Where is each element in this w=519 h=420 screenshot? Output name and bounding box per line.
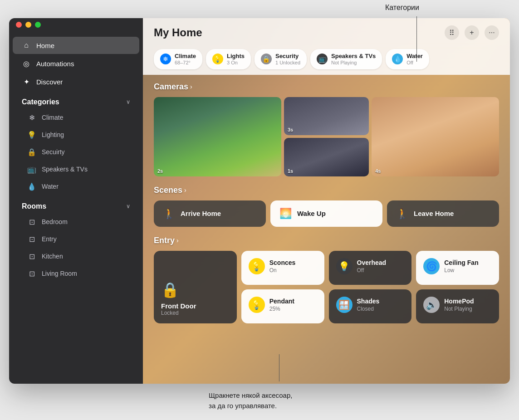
sidebar-label-speakers: Speakers & TVs: [42, 166, 88, 173]
device-ceiling-fan[interactable]: 🌀 Ceiling Fan Low: [416, 251, 499, 285]
sidebar-label-discover: Discover: [36, 78, 63, 86]
close-button[interactable]: [16, 22, 22, 28]
device-overhead[interactable]: 💡 Overhead Off: [329, 251, 412, 285]
security-icon: 🔒: [27, 147, 36, 156]
security-pill-name: Security: [275, 53, 300, 60]
camera-garage-top[interactable]: 3s: [284, 97, 369, 136]
device-shades[interactable]: 🪟 Shades Closed: [329, 289, 412, 323]
pill-security[interactable]: 🔒 Security 1 Unlocked: [255, 49, 307, 69]
security-pill-icon: 🔒: [261, 54, 272, 64]
climate-pill-value: 68–72°: [175, 60, 196, 66]
minimize-button[interactable]: [25, 22, 31, 28]
pendant-name: Pendant: [269, 298, 294, 305]
leave-home-label: Leave Home: [414, 210, 454, 217]
sidebar-item-automations[interactable]: ◎ Automations: [13, 55, 139, 72]
device-homepod[interactable]: 🔈 HomePod Not Playing: [416, 289, 499, 323]
water-icon: 💧: [27, 182, 36, 191]
sidebar-item-security[interactable]: 🔒 Secuirty: [13, 144, 139, 160]
cameras-chevron[interactable]: ›: [190, 83, 192, 90]
sconces-name: Sconces: [269, 259, 296, 266]
camera-living[interactable]: 4s: [372, 97, 499, 176]
pill-speakers[interactable]: 📺 Speakers & TVs Not Playing: [310, 49, 382, 69]
sidebar-item-kitchen[interactable]: ⊡ Kitchen: [13, 248, 139, 264]
pill-water[interactable]: 💧 Water Off: [386, 49, 429, 69]
sidebar-item-bedroom[interactable]: ⊡ Bedroom: [13, 214, 139, 230]
sidebar-item-climate[interactable]: ❄ Climate: [13, 109, 139, 126]
ceiling-fan-status: Low: [444, 267, 478, 273]
scenes-grid: 🚶 Arrive Home 🌅 Wake Up 🚶 Leave Home: [154, 200, 499, 227]
camera-living-timestamp: 4s: [375, 168, 381, 174]
climate-pill-icon: ❄: [160, 54, 171, 64]
pendant-icon: 💡: [249, 297, 265, 313]
scene-wake-up[interactable]: 🌅 Wake Up: [270, 200, 382, 227]
camera-pool-timestamp: 2s: [157, 168, 163, 174]
speakers-icon: 📺: [27, 165, 36, 174]
device-front-door[interactable]: 🔒 Front Door Locked: [154, 251, 237, 323]
categories-chevron: ∨: [126, 99, 130, 105]
sidebar-item-water[interactable]: 💧 Water: [13, 178, 139, 195]
sidebar: ⌂ Home ◎ Automations ✦ Discover Categori…: [9, 18, 143, 384]
ceiling-fan-icon: 🌀: [423, 258, 440, 274]
sidebar-label-climate: Climate: [42, 114, 63, 121]
entry-chevron[interactable]: ›: [176, 237, 179, 244]
entry-header: Entry ›: [154, 236, 499, 245]
scenes-header: Scenes ›: [154, 186, 499, 195]
more-button[interactable]: ···: [485, 25, 499, 40]
shades-name: Shades: [357, 298, 380, 305]
homepod-icon: 🔈: [423, 297, 440, 313]
security-pill-value: 1 Unlocked: [275, 60, 300, 66]
water-pill-value: Off: [406, 60, 423, 66]
climate-icon: ❄: [27, 113, 36, 122]
arrive-home-icon: 🚶: [163, 208, 175, 220]
lights-pill-value: 3 On: [227, 60, 245, 66]
pendant-status: 25%: [269, 306, 294, 312]
climate-pill-name: Climate: [175, 53, 196, 60]
categories-header: Categories ∨: [9, 91, 143, 109]
sidebar-label-bedroom: Bedroom: [42, 218, 68, 225]
device-sconces[interactable]: 💡 Sconces On: [241, 251, 324, 285]
lighting-icon: 💡: [27, 130, 36, 139]
entry-icon: ⊡: [27, 234, 36, 244]
sidebar-item-discover[interactable]: ✦ Discover: [13, 73, 139, 90]
sconces-status: On: [269, 267, 296, 273]
add-button[interactable]: +: [465, 25, 479, 40]
sidebar-item-lighting[interactable]: 💡 Lighting: [13, 127, 139, 143]
camera-garage-split: 3s 1s: [284, 97, 369, 176]
pill-climate[interactable]: ❄ Climate 68–72°: [154, 49, 202, 69]
shades-status: Closed: [357, 306, 380, 312]
home-icon: ⌂: [22, 41, 31, 50]
homepod-name: HomePod: [444, 298, 474, 305]
camera-pool[interactable]: 2s: [154, 97, 281, 176]
maximize-button[interactable]: [35, 22, 41, 28]
entry-grid: 🔒 Front Door Locked 💡 Sconces On: [154, 251, 499, 323]
main-content: My Home ⠿ + ··· ❄ Climate 68–72° 💡 Light…: [143, 18, 510, 384]
arrive-home-label: Arrive Home: [181, 210, 221, 217]
category-pills: ❄ Climate 68–72° 💡 Lights 3 On 🔒 Securit…: [143, 45, 510, 75]
lights-pill-name: Lights: [227, 53, 245, 60]
overhead-icon: 💡: [336, 258, 353, 274]
device-pendant[interactable]: 💡 Pendant 25%: [241, 289, 324, 323]
annotation-categories: Категории: [385, 4, 419, 12]
sidebar-item-home[interactable]: ⌂ Home: [13, 37, 139, 54]
speakers-pill-value: Not Playing: [331, 60, 376, 66]
leave-home-icon: 🚶: [396, 208, 408, 220]
cameras-title: Cameras: [154, 82, 188, 92]
automations-icon: ◎: [22, 59, 31, 68]
scene-leave-home[interactable]: 🚶 Leave Home: [387, 200, 499, 227]
pill-lights[interactable]: 💡 Lights 3 On: [206, 49, 251, 69]
overhead-status: Off: [357, 267, 387, 273]
traffic-lights: [16, 22, 41, 28]
sidebar-item-entry[interactable]: ⊡ Entry: [13, 231, 139, 247]
sidebar-label-water: Water: [42, 183, 59, 190]
waveform-button[interactable]: ⠿: [445, 25, 459, 40]
scene-arrive-home[interactable]: 🚶 Arrive Home: [154, 200, 266, 227]
discover-icon: ✦: [22, 77, 31, 86]
sidebar-item-living-room[interactable]: ⊡ Living Room: [13, 265, 139, 282]
lights-pill-icon: 💡: [212, 54, 223, 64]
sidebar-label-home: Home: [36, 42, 54, 49]
sidebar-label-entry: Entry: [42, 235, 57, 243]
topbar: My Home ⠿ + ···: [143, 18, 510, 45]
camera-garage-bottom[interactable]: 1s: [284, 138, 369, 176]
scenes-chevron[interactable]: ›: [184, 186, 186, 194]
sidebar-item-speakers[interactable]: 📺 Speakers & TVs: [13, 161, 139, 177]
